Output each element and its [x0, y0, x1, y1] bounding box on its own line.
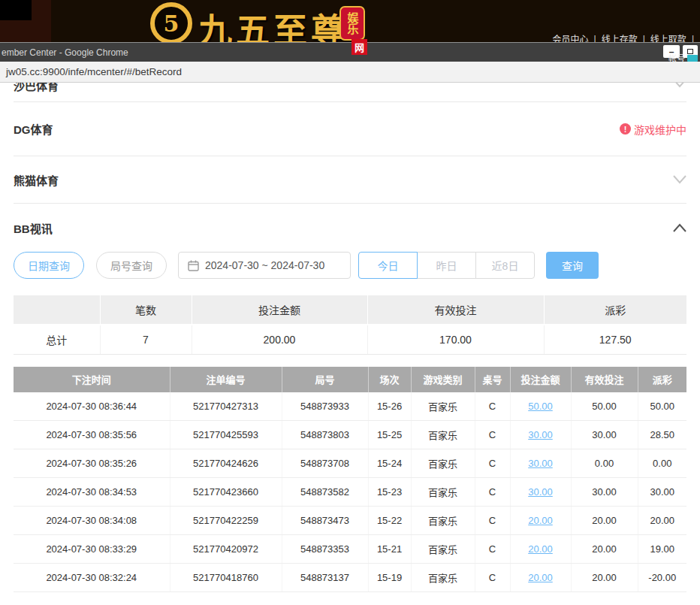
- table-cell: 百家乐: [411, 392, 475, 421]
- table-cell: 15-25: [368, 421, 411, 449]
- summary-header: 投注金额: [192, 295, 367, 325]
- table-row: 2024-07-30 08:35:56521770425593548873803…: [14, 421, 686, 449]
- summary-header: [14, 295, 100, 325]
- table-cell: C: [475, 535, 510, 564]
- table-cell: 2024-07-30 08:34:08: [14, 507, 170, 535]
- summary-count: 7: [100, 325, 192, 354]
- table-cell: 30.00: [510, 449, 571, 478]
- summary-payout: 127.50: [544, 325, 686, 354]
- table-cell: 0.00: [571, 449, 638, 478]
- date-range-picker[interactable]: 2024-07-30 ~ 2024-07-30: [178, 252, 351, 279]
- table-cell: 521770418760: [170, 564, 282, 592]
- summary-total-row: 总计 7 200.00 170.00 127.50: [14, 325, 686, 354]
- account-fragment: 帐号: [668, 52, 698, 64]
- account-label: 帐号: [668, 52, 685, 64]
- column-header: 游戏类别: [411, 367, 475, 392]
- column-header: 投注金额: [510, 367, 571, 392]
- table-cell: 521770423660: [170, 478, 282, 507]
- table-cell: 2024-07-30 08:36:44: [14, 392, 170, 421]
- bet-amount-link[interactable]: 20.00: [528, 572, 553, 583]
- table-row: 2024-07-30 08:36:44521770427313548873933…: [14, 392, 686, 421]
- url-bar[interactable]: jw05.cc:9900/infe/mcenter/#/betRecord: [0, 62, 700, 83]
- table-cell: 2024-07-30 08:32:24: [14, 564, 170, 592]
- table-cell: 2024-07-30 08:33:29: [14, 535, 170, 564]
- accordion-label: 熊猫体育: [14, 172, 59, 188]
- summary-bet-amount: 200.00: [192, 325, 367, 354]
- bet-amount-link[interactable]: 30.00: [528, 458, 553, 469]
- tab-today[interactable]: 今日: [358, 252, 418, 279]
- summary-valid-bet: 170.00: [367, 325, 544, 354]
- table-cell: 30.00: [510, 421, 571, 449]
- column-header: 有效投注: [571, 367, 638, 392]
- date-range-value: 2024-07-30 ~ 2024-07-30: [205, 259, 324, 271]
- table-cell: -20.00: [638, 564, 686, 592]
- bet-amount-link[interactable]: 20.00: [528, 543, 553, 555]
- chevron-up-icon: [673, 223, 686, 232]
- table-row: 2024-07-30 08:33:29521770420972548873353…: [14, 535, 686, 564]
- brand-badge-net: 网: [352, 39, 367, 55]
- table-cell: 50.00: [638, 392, 686, 421]
- table-cell: 2024-07-30 08:34:53: [14, 478, 170, 507]
- table-cell: 30.00: [510, 478, 571, 507]
- table-cell: 20.00: [510, 564, 571, 592]
- table-cell: 百家乐: [411, 564, 475, 592]
- bet-amount-link[interactable]: 30.00: [528, 429, 553, 440]
- accordion-item-shaba-sports[interactable]: 沙巴体育: [14, 83, 686, 102]
- table-cell: 30.00: [638, 478, 686, 507]
- table-row: 2024-07-30 08:34:08521770422259548873473…: [14, 507, 686, 535]
- logo-coin-icon: 5: [150, 2, 192, 44]
- logo-number: 5: [164, 11, 180, 37]
- accordion-label: BB视讯: [14, 220, 53, 236]
- bet-record-table: 下注时间 注单编号 局号 场次 游戏类别 桌号 投注金额 有效投注 派彩 202…: [14, 367, 686, 593]
- round-query-button[interactable]: 局号查询: [96, 252, 167, 279]
- table-cell: 548873933: [282, 392, 368, 421]
- table-cell: 548873353: [282, 535, 368, 564]
- tab-last-8-days[interactable]: 近8日: [475, 252, 535, 279]
- summary-total-label: 总计: [14, 325, 100, 354]
- date-query-button[interactable]: 日期查询: [14, 252, 84, 279]
- table-cell: 15-24: [368, 449, 411, 478]
- accordion-item-dg-sports[interactable]: DG体育 ! 游戏维护中: [14, 102, 686, 156]
- table-cell: 521770422259: [170, 507, 282, 535]
- summary-header: 有效投注: [367, 295, 544, 325]
- column-header: 场次: [368, 367, 411, 392]
- table-cell: 28.50: [638, 421, 686, 449]
- table-cell: 548873582: [282, 478, 368, 507]
- table-cell: C: [475, 507, 510, 535]
- summary-header: 派彩: [544, 295, 686, 325]
- column-header: 桌号: [475, 367, 510, 392]
- window-title: ember Center - Google Chrome: [2, 47, 128, 58]
- table-cell: C: [475, 392, 510, 421]
- bet-amount-link[interactable]: 50.00: [528, 401, 553, 412]
- bet-table-header-row: 下注时间 注单编号 局号 场次 游戏类别 桌号 投注金额 有效投注 派彩: [14, 367, 686, 392]
- table-cell: 15-23: [368, 478, 411, 507]
- table-cell: 20.00: [571, 564, 638, 592]
- table-cell: 521770424626: [170, 449, 282, 478]
- table-cell: C: [475, 421, 510, 449]
- window-titlebar[interactable]: ember Center - Google Chrome –: [0, 42, 700, 62]
- table-cell: 2024-07-30 08:35:26: [14, 449, 170, 478]
- column-header: 注单编号: [170, 367, 282, 392]
- table-cell: 百家乐: [411, 507, 475, 535]
- background-fragment: [0, 0, 32, 20]
- table-cell: 19.00: [638, 535, 686, 564]
- table-cell: 20.00: [510, 535, 571, 564]
- summary-table: 笔数 投注金额 有效投注 派彩 总计 7 200.00 170.00 127.5…: [14, 295, 686, 355]
- accordion-item-bb-video[interactable]: BB视讯: [14, 204, 686, 252]
- table-cell: 548873473: [282, 507, 368, 535]
- bet-amount-link[interactable]: 30.00: [528, 486, 553, 498]
- table-cell: 20.00: [571, 535, 638, 564]
- maintenance-status: ! 游戏维护中: [620, 122, 686, 137]
- accordion-item-panda-sports[interactable]: 熊猫体育: [14, 156, 686, 204]
- bet-amount-link[interactable]: 20.00: [528, 515, 553, 526]
- tab-yesterday[interactable]: 昨日: [417, 252, 476, 279]
- table-cell: 20.00: [571, 507, 638, 535]
- table-cell: C: [475, 449, 510, 478]
- search-button[interactable]: 查询: [546, 252, 599, 279]
- accordion-label: DG体育: [14, 121, 53, 137]
- table-cell: 15-26: [368, 392, 411, 421]
- range-tab-group: 今日 昨日 近8日: [358, 252, 535, 279]
- table-cell: 30.00: [571, 421, 638, 449]
- table-cell: 521770427313: [170, 392, 282, 421]
- table-cell: 百家乐: [411, 421, 475, 449]
